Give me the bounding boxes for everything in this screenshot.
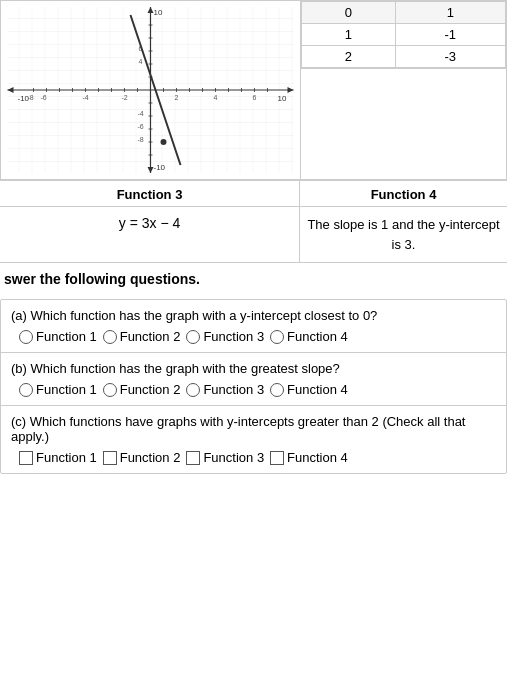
cell-r2c1: 2 <box>302 46 396 68</box>
table-row: 1 -1 <box>302 24 506 46</box>
option-a-2[interactable]: Function 2 <box>103 329 181 344</box>
graph-area: -10 10 10 -10 <box>5 5 296 175</box>
option-a-4[interactable]: Function 4 <box>270 329 348 344</box>
checkbox-c-4[interactable] <box>270 451 284 465</box>
checkbox-c-3[interactable] <box>186 451 200 465</box>
option-a-1-label: Function 1 <box>36 329 97 344</box>
function-content-row: y = 3x − 4 The slope is 1 and the y-inte… <box>0 206 507 263</box>
option-a-1[interactable]: Function 1 <box>19 329 97 344</box>
question-c-text: (c) Which functions have graphs with y-i… <box>11 414 496 444</box>
question-a-options: Function 1 Function 2 Function 3 Functio… <box>11 329 496 344</box>
radio-b-4[interactable] <box>270 383 284 397</box>
option-b-3-label: Function 3 <box>203 382 264 397</box>
top-functions-table: -10 10 10 -10 <box>0 0 507 180</box>
col-header-1: 1 <box>395 2 505 24</box>
question-c-options: Function 1 Function 2 Function 3 Functio… <box>11 450 496 465</box>
right-column: 0 1 1 -1 2 -3 <box>301 1 506 179</box>
question-a-block: (a) Which function has the graph with a … <box>1 300 506 353</box>
radio-a-1[interactable] <box>19 330 33 344</box>
option-c-1-label: Function 1 <box>36 450 97 465</box>
option-b-2-label: Function 2 <box>120 382 181 397</box>
function3-equation: y = 3x − 4 <box>0 207 300 262</box>
option-b-1[interactable]: Function 1 <box>19 382 97 397</box>
svg-text:-8: -8 <box>27 94 33 101</box>
cell-r1c1: 1 <box>302 24 396 46</box>
svg-text:-2: -2 <box>121 94 127 101</box>
option-c-2-label: Function 2 <box>120 450 181 465</box>
option-c-4-label: Function 4 <box>287 450 348 465</box>
option-c-3[interactable]: Function 3 <box>186 450 264 465</box>
radio-b-3[interactable] <box>186 383 200 397</box>
radio-a-3[interactable] <box>186 330 200 344</box>
option-c-4[interactable]: Function 4 <box>270 450 348 465</box>
svg-text:10: 10 <box>278 94 287 103</box>
function4-label: Function 4 <box>300 181 507 206</box>
function4-description: The slope is 1 and the y-intercept is 3. <box>300 207 507 262</box>
checkbox-c-2[interactable] <box>103 451 117 465</box>
function3-label: Function 3 <box>0 181 300 206</box>
function-labels-row: Function 3 Function 4 <box>0 180 507 206</box>
cell-r2c2: -3 <box>395 46 505 68</box>
option-c-3-label: Function 3 <box>203 450 264 465</box>
svg-text:-4: -4 <box>137 110 143 117</box>
svg-text:10: 10 <box>154 8 163 17</box>
svg-text:-6: -6 <box>137 123 143 130</box>
question-c-block: (c) Which functions have graphs with y-i… <box>1 406 506 473</box>
col-header-0: 0 <box>302 2 396 24</box>
cell-r1c2: -1 <box>395 24 505 46</box>
question-b-options: Function 1 Function 2 Function 3 Functio… <box>11 382 496 397</box>
instruction-text: swer the following questions. <box>0 263 507 291</box>
question-b-text: (b) Which function has the graph with th… <box>11 361 496 376</box>
question-b-block: (b) Which function has the graph with th… <box>1 353 506 406</box>
table-cell: 0 1 1 -1 2 -3 <box>301 1 506 69</box>
svg-text:4: 4 <box>139 58 143 65</box>
coordinate-graph: -10 10 10 -10 <box>5 5 296 175</box>
radio-b-1[interactable] <box>19 383 33 397</box>
table-row: 2 -3 <box>302 46 506 68</box>
svg-text:-10: -10 <box>154 163 166 172</box>
option-b-3[interactable]: Function 3 <box>186 382 264 397</box>
option-c-1[interactable]: Function 1 <box>19 450 97 465</box>
svg-text:2: 2 <box>175 94 179 101</box>
checkbox-c-1[interactable] <box>19 451 33 465</box>
radio-b-2[interactable] <box>103 383 117 397</box>
questions-container: (a) Which function has the graph with a … <box>0 299 507 474</box>
svg-point-53 <box>161 139 167 145</box>
svg-text:-4: -4 <box>82 94 88 101</box>
radio-a-4[interactable] <box>270 330 284 344</box>
svg-text:-8: -8 <box>137 136 143 143</box>
option-b-4[interactable]: Function 4 <box>270 382 348 397</box>
radio-a-2[interactable] <box>103 330 117 344</box>
graph-cell: -10 10 10 -10 <box>1 1 301 179</box>
option-a-2-label: Function 2 <box>120 329 181 344</box>
option-b-2[interactable]: Function 2 <box>103 382 181 397</box>
option-a-4-label: Function 4 <box>287 329 348 344</box>
option-a-3[interactable]: Function 3 <box>186 329 264 344</box>
option-b-4-label: Function 4 <box>287 382 348 397</box>
option-b-1-label: Function 1 <box>36 382 97 397</box>
svg-text:-6: -6 <box>40 94 46 101</box>
svg-text:4: 4 <box>214 94 218 101</box>
option-c-2[interactable]: Function 2 <box>103 450 181 465</box>
option-a-3-label: Function 3 <box>203 329 264 344</box>
question-a-text: (a) Which function has the graph with a … <box>11 308 496 323</box>
function-table: 0 1 1 -1 2 -3 <box>301 1 506 68</box>
svg-text:6: 6 <box>253 94 257 101</box>
